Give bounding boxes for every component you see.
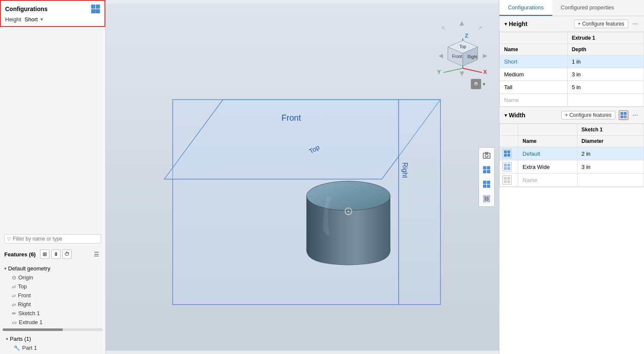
main-viewport[interactable]: Front Top Right (106, 0, 499, 354)
features-section: Features (6) ⊞ ⏸ ⏱ ☰ (0, 247, 105, 264)
width-row-default[interactable]: Default 2 in (500, 147, 644, 160)
tree-item-label: Front (18, 292, 31, 299)
width-row-extrawide-name: Extra Wide (518, 160, 577, 174)
svg-rect-72 (508, 177, 510, 180)
height-section-title: ▾ Height (505, 20, 528, 27)
scrollbar[interactable] (3, 328, 103, 331)
configure-table-btn[interactable] (480, 163, 493, 177)
tree-item-part1[interactable]: 🔧 Part 1 (4, 343, 101, 352)
width-section-title: ▾ Width (505, 112, 525, 119)
tree-item-sketch1[interactable]: ✏ Sketch 1 (3, 309, 103, 318)
tree-item-label: Sketch 1 (18, 310, 40, 316)
width-row-extrawide[interactable]: Extra Wide 3 in (500, 160, 644, 174)
svg-text:Top: Top (459, 44, 467, 49)
svg-rect-69 (504, 167, 507, 170)
height-row-new-value (567, 94, 644, 107)
svg-marker-10 (399, 100, 441, 305)
configure-table3-btn[interactable] (480, 192, 493, 206)
filter-wrapper[interactable]: ▽ (4, 234, 101, 244)
svg-rect-47 (487, 185, 490, 188)
height-row-medium[interactable]: Medium 3 in (500, 68, 644, 81)
height-row-tall[interactable]: Tall 5 in (500, 81, 644, 94)
svg-rect-37 (483, 166, 486, 169)
svg-rect-39 (483, 170, 486, 173)
pause-btn[interactable]: ⏸ (51, 250, 61, 259)
svg-rect-38 (487, 166, 490, 169)
svg-point-15 (348, 210, 349, 212)
default-geometry-label: Default geometry (8, 265, 50, 272)
width-row-default-icon-cell (500, 147, 518, 160)
svg-point-13 (307, 181, 390, 211)
svg-rect-68 (508, 164, 510, 166)
height-row-medium-value: 3 in (567, 68, 644, 81)
svg-rect-0 (91, 5, 95, 9)
default-geometry-group[interactable]: ▾ Default geometry (3, 264, 103, 273)
width-chevron-icon[interactable]: ▾ (505, 113, 507, 118)
width-row-new-name: Name (518, 174, 577, 187)
height-row-short[interactable]: Short 1 in (500, 55, 644, 68)
tree-item-origin[interactable]: ⊙ Origin (3, 273, 103, 282)
tab-configurations[interactable]: Configurations (499, 0, 552, 16)
filter-area: ▽ (0, 231, 105, 247)
width-more-btn[interactable]: ··· (632, 111, 639, 119)
selected-config-value: Short (25, 16, 38, 23)
height-depth-subheader: Depth (567, 44, 644, 55)
height-more-btn[interactable]: ··· (632, 20, 639, 28)
tree-item-front[interactable]: ▱ Front (3, 291, 103, 300)
3d-nav-cube[interactable]: Z X Y Top Front Right ▲ ▼ ◀ ▶ ↗ ↖ (435, 17, 486, 73)
tab-configured-properties[interactable]: Configured properties (552, 0, 623, 16)
list-view-btn[interactable]: ☰ (92, 250, 101, 259)
height-section-header: ▾ Height + Configure features ··· (499, 16, 644, 32)
width-configure-btn[interactable]: + Configure features (561, 111, 615, 119)
cube-dropdown-btn[interactable]: ▼ (471, 79, 486, 89)
height-chevron-icon[interactable]: ▾ (505, 21, 507, 27)
sketch1-header: Sketch 1 (577, 124, 644, 136)
tree-item-extrude1[interactable]: ▭ Extrude 1 (3, 318, 103, 327)
width-row-default-name: Default (518, 147, 577, 160)
tree-item-right[interactable]: ▱ Right (3, 300, 103, 309)
left-panel: Configurations Height Short ▼ (0, 0, 106, 354)
height-configure-btn[interactable]: + Configure features (574, 20, 628, 28)
svg-rect-44 (483, 181, 486, 184)
tree-item-label: Extrude 1 (19, 319, 43, 325)
svg-rect-48 (483, 195, 486, 198)
svg-text:Z: Z (465, 32, 468, 39)
filter-input[interactable] (13, 236, 98, 242)
svg-rect-45 (487, 181, 490, 184)
height-name-subheader: Name (500, 44, 568, 55)
configurations-icon[interactable] (91, 4, 100, 14)
parts-group[interactable]: ▾ Parts (1) (4, 334, 101, 343)
camera-tool-btn[interactable] (480, 148, 493, 162)
svg-text:X: X (483, 69, 487, 75)
width-row-extrawide-icon-cell (500, 160, 518, 174)
configure-table2-btn[interactable] (480, 177, 493, 191)
add-feature-btn[interactable]: ⊞ (40, 250, 49, 259)
parts-section: ▾ Parts (1) 🔧 Part 1 (0, 333, 105, 354)
svg-text:▼: ▼ (458, 69, 466, 77)
height-name-col-header (500, 32, 568, 44)
width-row-new[interactable]: Name (500, 174, 644, 187)
height-row-new[interactable]: Name (500, 94, 644, 107)
height-row-short-name: Short (500, 55, 568, 68)
svg-rect-71 (504, 177, 507, 180)
height-config-table: Extrude 1 Name Depth Short 1 in Medium 3… (499, 32, 644, 107)
tree-item-top[interactable]: ▱ Top (3, 282, 103, 291)
height-row-medium-name: Medium (500, 68, 568, 81)
plane-icon: ▱ (12, 284, 16, 290)
svg-rect-56 (621, 112, 623, 115)
config-dropdown[interactable]: Short ▼ (25, 16, 44, 23)
plane-icon: ▱ (12, 293, 16, 299)
table-icon (502, 175, 512, 185)
svg-rect-70 (508, 167, 510, 170)
table-icon (502, 162, 512, 171)
svg-rect-46 (483, 185, 486, 188)
width-section-header: ▾ Width + Configure features ·· (499, 107, 644, 124)
table-icon (502, 149, 512, 158)
timer-btn[interactable]: ⏱ (62, 250, 72, 259)
svg-text:Y: Y (437, 69, 441, 75)
svg-text:▲: ▲ (458, 19, 466, 27)
width-config-icon-btn[interactable] (619, 110, 628, 120)
viewport-toolbar (479, 147, 495, 207)
width-name-subheader: Name (518, 136, 577, 147)
width-row-new-value (577, 174, 644, 187)
